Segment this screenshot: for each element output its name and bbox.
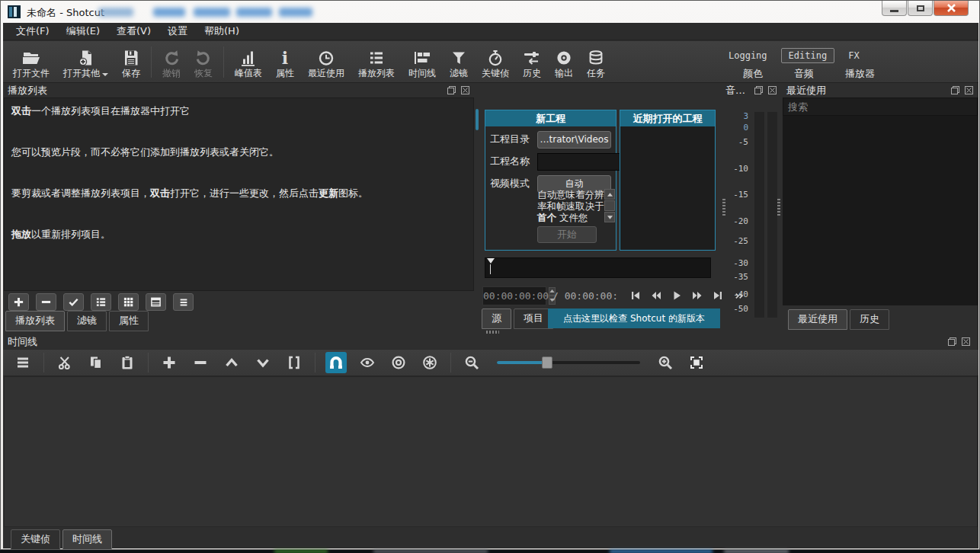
position-spinbox[interactable]: 00:00:00:00	[482, 286, 546, 305]
menu-settings[interactable]: 设置	[159, 22, 196, 40]
open-other-button[interactable]: 打开其他	[56, 43, 115, 81]
rewind-button[interactable]	[649, 289, 663, 302]
lift-button[interactable]	[221, 352, 242, 373]
scroll-thumb[interactable]	[604, 200, 615, 211]
minimize-button[interactable]	[882, 1, 907, 16]
asterisk-circle-icon	[422, 355, 437, 370]
jobs-button[interactable]: 任务	[580, 43, 612, 81]
tab-keyframes[interactable]: 关键侦	[11, 529, 60, 550]
search-input[interactable]	[783, 98, 977, 115]
layout-audio[interactable]: 音频	[794, 67, 814, 81]
seek-bar[interactable]	[485, 257, 711, 278]
cut-button[interactable]	[54, 352, 75, 373]
playlist-menu-button[interactable]	[173, 293, 194, 311]
zoom-fit-button[interactable]	[686, 352, 707, 373]
open-other-icon	[78, 48, 94, 67]
menu-help[interactable]: 帮助(H)	[196, 22, 248, 40]
float-icon[interactable]	[754, 85, 764, 95]
slider-handle[interactable]	[542, 356, 552, 369]
float-icon[interactable]	[950, 85, 960, 95]
copy-button[interactable]	[85, 352, 107, 373]
layout-editing[interactable]: Editing	[781, 48, 835, 63]
meter-bar-left	[754, 112, 764, 318]
scroll-up-button[interactable]	[604, 189, 615, 200]
project-dir-button[interactable]: …trator\Videos	[537, 131, 611, 149]
redo-button[interactable]: 恢复	[187, 43, 219, 81]
ripple-delete-button[interactable]	[190, 352, 211, 373]
scissors-icon	[57, 355, 72, 370]
update-button[interactable]	[63, 293, 84, 311]
play-button[interactable]	[670, 289, 684, 302]
timeline-button[interactable]: 时间线	[402, 43, 443, 81]
close-icon[interactable]	[460, 85, 470, 95]
timeline-tracks-area[interactable]	[4, 376, 978, 527]
save-icon	[123, 48, 139, 67]
close-icon[interactable]	[964, 85, 974, 95]
layout-player[interactable]: 播放器	[845, 67, 875, 81]
playlist-button[interactable]: 播放列表	[351, 43, 402, 81]
recent-files-list[interactable]	[783, 116, 978, 305]
zoom-in-button[interactable]	[655, 352, 676, 373]
splitter-highlight[interactable]	[476, 109, 479, 130]
split-button[interactable]	[283, 352, 305, 373]
open-folder-icon	[21, 48, 42, 67]
layout-logging[interactable]: Logging	[729, 50, 767, 61]
menu-view[interactable]: 查看(V)	[108, 22, 159, 40]
playhead-icon[interactable]	[487, 258, 495, 264]
maximize-button[interactable]	[908, 1, 933, 16]
close-icon[interactable]	[961, 337, 971, 347]
tab-timeline[interactable]: 时间线	[62, 529, 112, 550]
zoom-out-button[interactable]	[461, 352, 482, 373]
layout-color[interactable]: 颜色	[743, 67, 763, 81]
skip-previous-button[interactable]	[629, 289, 642, 302]
snap-button[interactable]	[325, 352, 347, 373]
start-button[interactable]: 开始	[537, 226, 597, 243]
scroll-down-button[interactable]	[604, 212, 615, 222]
tab-playlist[interactable]: 播放列表	[5, 311, 65, 331]
tab-history[interactable]: 历史	[850, 309, 889, 330]
splitter-grip[interactable]	[722, 199, 725, 216]
float-icon[interactable]	[947, 337, 957, 347]
menu-file[interactable]: 文件(F)	[8, 22, 58, 40]
timeline-menu-button[interactable]	[12, 352, 34, 373]
ripple-all-button[interactable]	[419, 352, 440, 373]
paste-button[interactable]	[117, 352, 138, 373]
overwrite-button[interactable]	[252, 352, 274, 373]
tab-source[interactable]: 源	[482, 308, 511, 329]
recent-button[interactable]: 最近使用	[301, 43, 351, 81]
view-details-button[interactable]	[91, 293, 111, 311]
ripple-button[interactable]	[388, 352, 409, 373]
export-button[interactable]: 输出	[548, 43, 580, 81]
view-tiles-button[interactable]	[118, 293, 139, 311]
audio-meter-title: 音…	[725, 84, 745, 97]
tab-properties[interactable]: 属性	[109, 311, 149, 331]
filters-button[interactable]: 滤镜	[443, 43, 475, 81]
close-button[interactable]	[934, 1, 969, 16]
zoom-slider[interactable]	[497, 356, 640, 369]
layout-fx[interactable]: FX	[848, 50, 859, 61]
remove-button[interactable]	[36, 293, 56, 311]
scrub-button[interactable]	[357, 352, 378, 373]
splitter-grip[interactable]	[486, 331, 499, 334]
float-icon[interactable]	[447, 85, 456, 95]
close-icon[interactable]	[767, 85, 777, 95]
tab-recent[interactable]: 最近使用	[788, 309, 847, 330]
view-icons-button[interactable]	[146, 293, 166, 311]
zoom-in-icon	[658, 355, 673, 370]
append-button[interactable]	[159, 352, 180, 373]
undo-button[interactable]: 撤销	[155, 43, 187, 81]
history-button[interactable]: 历史	[516, 43, 548, 81]
keyframes-button[interactable]: 关键侦	[475, 43, 516, 81]
history-icon	[523, 48, 541, 67]
position-value[interactable]: 00:00:00:00	[483, 290, 549, 302]
splitter-grip[interactable]	[777, 199, 780, 216]
save-button[interactable]: 保存	[115, 43, 147, 81]
peak-meter-button[interactable]: 峰值表	[228, 43, 269, 81]
fast-forward-button[interactable]	[690, 289, 704, 302]
properties-button[interactable]: i 属性	[269, 43, 301, 81]
update-banner[interactable]: 点击这里以检查 Shotcut 的新版本	[548, 308, 720, 328]
tab-filters[interactable]: 滤镜	[67, 311, 107, 331]
menu-edit[interactable]: 编辑(E)	[58, 22, 108, 40]
add-button[interactable]	[8, 293, 29, 311]
open-file-button[interactable]: 打开文件	[6, 43, 56, 81]
